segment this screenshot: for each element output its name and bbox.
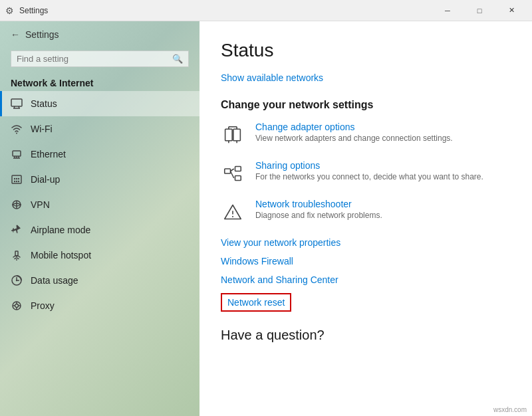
sidebar-item-hotspot[interactable]: Mobile hotspot xyxy=(0,243,200,268)
search-icon: 🔍 xyxy=(172,54,183,64)
sidebar-item-status-label: Status xyxy=(31,98,57,109)
troubleshooter-text: Network troubleshooter Diagnose and fix … xyxy=(255,199,511,220)
dialup-icon xyxy=(11,173,23,185)
ethernet-icon xyxy=(11,148,23,160)
sharing-options-text: Sharing options For the networks you con… xyxy=(255,160,511,181)
show-available-networks-link[interactable]: Show available networks xyxy=(221,72,323,83)
adapter-options-desc: View network adapters and change connect… xyxy=(255,134,511,143)
sidebar-section-title: Network & Internet xyxy=(0,72,200,91)
svg-line-42 xyxy=(231,169,234,171)
svg-point-27 xyxy=(15,304,19,308)
vpn-icon xyxy=(11,199,23,211)
view-network-properties-link[interactable]: View your network properties xyxy=(221,237,511,248)
svg-rect-32 xyxy=(225,129,233,141)
sidebar-item-status[interactable]: Status xyxy=(0,91,200,116)
svg-point-4 xyxy=(16,133,17,134)
network-sharing-center-link[interactable]: Network and Sharing Center xyxy=(221,274,511,285)
sidebar: ← Settings 🔍 Network & Internet Status xyxy=(0,21,200,416)
svg-point-25 xyxy=(16,280,17,281)
troubleshooter-icon xyxy=(221,200,245,224)
adapter-options-name[interactable]: Change adapter options xyxy=(255,122,511,132)
app-container: ← Settings 🔍 Network & Internet Status xyxy=(0,21,532,416)
troubleshooter-desc: Diagnose and fix network problems. xyxy=(255,211,511,220)
wifi-icon xyxy=(11,123,23,135)
back-label: Settings xyxy=(25,29,59,40)
main-content: Status Show available networks Change yo… xyxy=(200,21,532,416)
sidebar-item-proxy-label: Proxy xyxy=(31,300,55,311)
watermark: wsxdn.com xyxy=(493,406,527,413)
adapter-options-text: Change adapter options View network adap… xyxy=(255,122,511,143)
svg-point-15 xyxy=(16,181,17,182)
sidebar-item-airplane[interactable]: Airplane mode xyxy=(0,217,200,243)
sidebar-item-ethernet-label: Ethernet xyxy=(31,149,66,159)
sharing-options-name[interactable]: Sharing options xyxy=(255,160,511,171)
title-bar-controls: ─ □ ✕ xyxy=(432,0,527,21)
close-button[interactable]: ✕ xyxy=(496,0,527,21)
airplane-icon xyxy=(11,224,23,236)
sidebar-item-vpn-label: VPN xyxy=(31,199,50,210)
svg-point-16 xyxy=(18,181,19,182)
svg-point-14 xyxy=(14,181,15,182)
svg-point-19 xyxy=(16,259,17,260)
sidebar-item-dialup[interactable]: Dial-up xyxy=(0,167,200,192)
svg-rect-0 xyxy=(11,99,22,106)
change-network-section-title: Change your network settings xyxy=(221,99,511,111)
data-usage-icon xyxy=(11,274,23,286)
troubleshooter-name[interactable]: Network troubleshooter xyxy=(255,199,511,209)
title-bar-title: Settings xyxy=(19,6,48,15)
svg-line-43 xyxy=(231,171,234,179)
network-reset-container: Network reset xyxy=(221,293,511,320)
back-button[interactable]: ← Settings xyxy=(0,21,200,48)
network-reset-link[interactable]: Network reset xyxy=(221,293,291,312)
sidebar-item-datausage-label: Data usage xyxy=(31,275,78,286)
back-arrow-icon: ← xyxy=(11,29,20,40)
monitor-icon xyxy=(11,98,23,110)
sharing-options-item: Sharing options For the networks you con… xyxy=(221,160,511,185)
adapter-icon xyxy=(221,123,245,147)
search-input[interactable] xyxy=(17,54,172,64)
sidebar-item-airplane-label: Airplane mode xyxy=(31,225,90,235)
svg-point-11 xyxy=(14,178,15,179)
svg-rect-40 xyxy=(235,167,241,171)
sharing-options-desc: For the networks you connect to, decide … xyxy=(255,172,511,181)
svg-point-13 xyxy=(18,178,19,179)
page-title: Status xyxy=(221,40,511,61)
sidebar-item-hotspot-label: Mobile hotspot xyxy=(31,250,91,260)
sidebar-item-ethernet[interactable]: Ethernet xyxy=(0,142,200,167)
sidebar-item-datausage[interactable]: Data usage xyxy=(0,268,200,293)
proxy-icon xyxy=(11,300,23,312)
windows-firewall-link[interactable]: Windows Firewall xyxy=(221,256,511,266)
search-box[interactable]: 🔍 xyxy=(11,51,189,67)
maximize-button[interactable]: □ xyxy=(464,0,495,21)
svg-rect-5 xyxy=(13,151,21,156)
svg-rect-33 xyxy=(233,129,241,141)
adapter-options-item: Change adapter options View network adap… xyxy=(221,122,511,147)
sidebar-item-proxy[interactable]: Proxy xyxy=(0,293,200,318)
troubleshooter-item: Network troubleshooter Diagnose and fix … xyxy=(221,199,511,224)
sidebar-item-wifi[interactable]: Wi-Fi xyxy=(0,116,200,142)
title-bar: ⚙ Settings ─ □ ✕ xyxy=(0,0,532,21)
minimize-button[interactable]: ─ xyxy=(432,0,463,21)
svg-rect-39 xyxy=(225,169,231,173)
sidebar-item-wifi-label: Wi-Fi xyxy=(31,124,53,134)
svg-rect-41 xyxy=(235,176,241,181)
hotspot-icon xyxy=(11,249,23,261)
sharing-icon xyxy=(221,161,245,185)
svg-point-46 xyxy=(232,216,233,217)
link-list: View your network properties Windows Fir… xyxy=(221,237,511,285)
have-question-title: Have a question? xyxy=(221,328,511,343)
title-bar-left: ⚙ Settings xyxy=(5,5,48,16)
sidebar-item-vpn[interactable]: VPN xyxy=(0,192,200,217)
svg-point-12 xyxy=(16,178,17,179)
settings-icon: ⚙ xyxy=(5,5,14,16)
sidebar-item-dialup-label: Dial-up xyxy=(31,174,60,185)
